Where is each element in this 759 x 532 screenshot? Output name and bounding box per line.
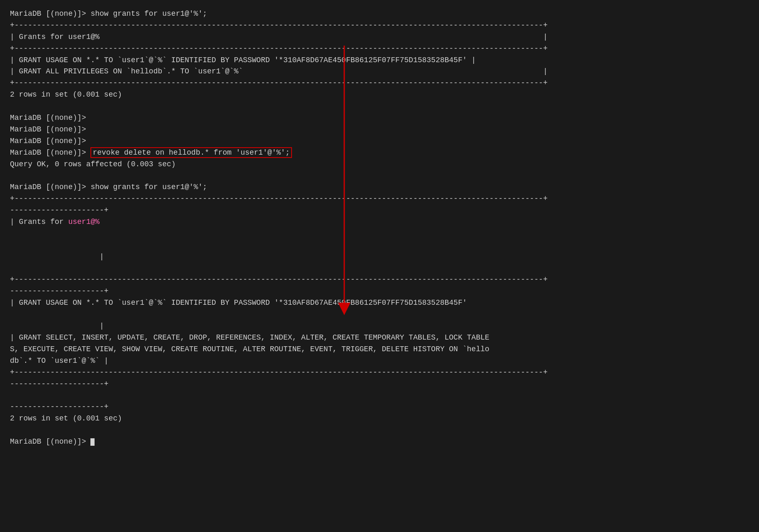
- grant-select-wrap-3: db`.* TO `user1`@`%` |: [10, 355, 749, 367]
- show-grants-command: MariaDB [(none)]> show grants for user1@…: [10, 182, 749, 193]
- blank-2: [10, 170, 749, 182]
- blank-7: [10, 390, 749, 401]
- separator-4b: ---------------------+: [10, 205, 749, 216]
- grants-header-2: | Grants for user1@%: [10, 216, 749, 228]
- empty-prompt-2: MariaDB [(none)]>: [10, 124, 749, 136]
- terminal: MariaDB [(none)]> show grants for user1@…: [0, 0, 759, 532]
- grant-select-wrap-2: S, EXECUTE, CREATE VIEW, SHOW VIEW, CREA…: [10, 344, 749, 355]
- grant-usage-2: | GRANT USAGE ON *.* TO `user1`@`%` IDEN…: [10, 297, 749, 309]
- separator-2: +---------------------------------------…: [10, 43, 749, 55]
- separator-4a: +---------------------------------------…: [10, 193, 749, 205]
- revoke-command-highlight: revoke delete on hellodb.* from 'user1'@…: [90, 147, 292, 158]
- empty-prompt-3: MariaDB [(none)]>: [10, 136, 749, 147]
- grant-select-wrap-1: | GRANT SELECT, INSERT, UPDATE, CREATE, …: [10, 332, 749, 344]
- separator-1: +---------------------------------------…: [10, 20, 749, 32]
- blank-3: [10, 228, 749, 240]
- blank-6: [10, 309, 749, 321]
- grants-header-1: | Grants for user1@% |: [10, 32, 749, 43]
- separator-7: ---------------------+: [10, 401, 749, 413]
- rows-count-2: 2 rows in set (0.001 sec): [10, 413, 749, 425]
- blank-8: [10, 425, 749, 436]
- blank-5: [10, 263, 749, 275]
- grant-privileges-1: | GRANT ALL PRIVILEGES ON `hellodb`.* TO…: [10, 66, 749, 78]
- separator-3: +---------------------------------------…: [10, 78, 749, 89]
- separator-6a: +---------------------------------------…: [10, 367, 749, 379]
- pipe-line-2: |: [10, 321, 749, 332]
- separator-5b: ---------------------+: [10, 286, 749, 297]
- pipe-line-1: |: [10, 251, 749, 263]
- final-prompt[interactable]: MariaDB [(none)]>: [10, 436, 749, 448]
- rows-count-1: 2 rows in set (0.001 sec): [10, 89, 749, 101]
- blank-4: [10, 240, 749, 251]
- empty-prompt-1: MariaDB [(none)]>: [10, 112, 749, 124]
- separator-6b: ---------------------+: [10, 379, 749, 390]
- revoke-command-line: MariaDB [(none)]> revoke delete on hello…: [10, 147, 749, 159]
- line-command-1: MariaDB [(none)]> show grants for user1@…: [10, 8, 749, 20]
- blank-1: [10, 101, 749, 112]
- separator-5a: +---------------------------------------…: [10, 274, 749, 286]
- grant-usage-1: | GRANT USAGE ON *.* TO `user1`@`%` IDEN…: [10, 55, 749, 66]
- query-ok: Query OK, 0 rows affected (0.003 sec): [10, 159, 749, 170]
- user1-colored: user1@%: [68, 218, 100, 226]
- terminal-cursor: [90, 438, 95, 446]
